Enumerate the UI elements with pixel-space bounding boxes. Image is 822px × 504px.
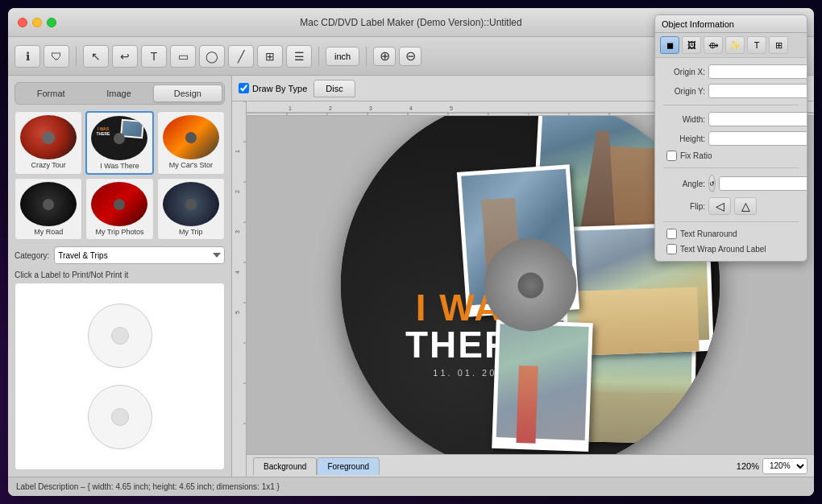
bottom-bar: Background Foreground 120% 120% 100% 80%	[247, 454, 814, 477]
svg-text:5: 5	[450, 105, 453, 111]
flip-horizontal-btn[interactable]: ◁	[708, 197, 731, 215]
text-runaround-checkbox[interactable]	[666, 229, 677, 239]
rect-btn[interactable]: ▭	[170, 45, 196, 68]
draw-by-type-checkbox[interactable]	[239, 83, 249, 93]
tab-image[interactable]: Image	[85, 85, 152, 102]
template-my-trip-photos[interactable]: My Trip Photos	[85, 178, 153, 240]
toolbar-sep-2	[318, 47, 319, 66]
zoom-in-btn[interactable]: ⊕	[373, 47, 396, 66]
origin-x-row: Origin X: ▲ ▼	[663, 64, 799, 79]
height-row: Height: ▲ ▼	[663, 131, 799, 146]
obj-props-icon[interactable]: ◼	[660, 36, 679, 54]
minimize-button[interactable]	[32, 18, 42, 27]
width-input[interactable]	[708, 112, 807, 126]
object-info-title: Object Information	[662, 19, 734, 29]
origin-x-label: Origin X:	[663, 68, 705, 76]
zoom-out-btn[interactable]: ⊖	[399, 47, 421, 66]
disc-preview-top	[88, 304, 152, 368]
template-grid: Crazy Tour I WASTHERE I Was There	[15, 111, 225, 240]
fix-ratio-label: Fix Ratio	[680, 151, 712, 160]
print-preview	[15, 283, 225, 470]
undo-btn[interactable]: ↩	[112, 45, 138, 68]
angle-dial[interactable]: ↺	[708, 175, 716, 192]
close-button[interactable]	[18, 18, 27, 27]
svg-text:4: 4	[235, 271, 240, 274]
width-label: Width:	[663, 115, 705, 124]
template-my-road[interactable]: My Road	[15, 178, 82, 240]
svg-rect-0	[232, 101, 247, 477]
origin-y-input[interactable]	[708, 84, 807, 98]
svg-text:5: 5	[235, 311, 240, 314]
text-btn[interactable]: T	[141, 45, 167, 68]
obj-text-icon[interactable]: T	[747, 36, 766, 54]
origin-x-input[interactable]	[708, 64, 807, 79]
angle-row: Angle: ↺ ▲ ▼	[663, 175, 799, 192]
tab-format[interactable]: Format	[17, 85, 85, 102]
info-btn[interactable]: ℹ	[15, 45, 40, 68]
origin-y-row: Origin Y: ▲ ▼	[663, 84, 799, 98]
disc-preview-bottom	[88, 385, 152, 449]
window-title: Mac CD/DVD Label Maker (Demo Version)::U…	[300, 17, 521, 28]
fix-ratio-row: Fix Ratio	[663, 151, 799, 161]
width-row: Width: ▲ ▼	[663, 112, 799, 126]
svg-text:1: 1	[289, 105, 292, 111]
print-note: Click a Label to Print/Not Print it	[15, 271, 225, 279]
status-bar: Label Description – { width: 4.65 inch; …	[8, 477, 814, 496]
text-wrap-checkbox[interactable]	[666, 244, 677, 254]
svg-text:3: 3	[369, 105, 372, 111]
height-label: Height:	[663, 134, 705, 143]
left-panel: Format Image Design Crazy Tour	[8, 76, 232, 477]
template-my-trip[interactable]: My Trip	[157, 178, 225, 240]
obj-wrap-icon[interactable]: ⊞	[769, 36, 788, 54]
angle-input[interactable]	[719, 176, 807, 191]
pointer-btn[interactable]: ↖	[83, 45, 109, 68]
category-select[interactable]: Travel & Trips	[54, 246, 225, 264]
table-btn[interactable]: ⊞	[257, 45, 283, 68]
svg-text:4: 4	[409, 105, 413, 111]
template-my-trip-photos-label: My Trip Photos	[89, 228, 149, 236]
text-wrap-label: Text Wrap Around Label	[680, 245, 766, 254]
obj-arrange-icon[interactable]: ⟴	[704, 36, 723, 54]
angle-label: Angle:	[663, 180, 705, 188]
template-my-road-label: My Road	[19, 228, 78, 236]
svg-text:2: 2	[235, 190, 240, 193]
disc-hole-bottom	[111, 408, 129, 426]
object-info-panel: Object Information ◼ 🖼 ⟴ ✨ T ⊞ Origin X:…	[654, 14, 807, 262]
template-i-was-there[interactable]: I WASTHERE I Was There	[85, 111, 153, 175]
text-runaround-row: Text Runaround	[663, 229, 799, 239]
category-row: Category: Travel & Trips	[15, 246, 225, 264]
barcode-btn[interactable]: ☰	[286, 45, 312, 68]
zoom-select[interactable]: 120% 100% 80% 60%	[762, 458, 807, 474]
category-label: Category:	[15, 251, 49, 260]
tab-design[interactable]: Design	[153, 85, 222, 102]
origin-y-label: Origin Y:	[663, 87, 705, 96]
svg-text:1: 1	[235, 150, 240, 153]
foreground-layer-tab[interactable]: Foreground	[317, 457, 380, 475]
photo-5	[492, 320, 593, 452]
cd-hub	[484, 239, 577, 332]
template-my-cars-story[interactable]: My Car's Stor	[157, 111, 225, 175]
cd-hole	[517, 272, 543, 298]
vertical-ruler: 1 2 3 4 5	[232, 101, 247, 477]
maximize-button[interactable]	[47, 18, 56, 27]
background-layer-tab[interactable]: Background	[253, 457, 317, 475]
height-input[interactable]	[708, 131, 807, 146]
object-info-toolbar: ◼ 🖼 ⟴ ✨ T ⊞	[655, 33, 807, 58]
divider-1	[663, 105, 799, 105]
oval-btn[interactable]: ◯	[199, 45, 225, 68]
text-runaround-label: Text Runaround	[680, 229, 737, 238]
template-crazy-tour[interactable]: Crazy Tour	[15, 111, 82, 175]
template-i-was-there-label: I Was There	[90, 162, 148, 170]
fix-ratio-checkbox[interactable]	[666, 151, 677, 161]
svg-text:3: 3	[235, 230, 240, 233]
flip-vertical-btn[interactable]: △	[734, 197, 757, 215]
divider-3	[663, 221, 799, 222]
line-btn[interactable]: ╱	[228, 45, 254, 68]
unit-button[interactable]: inch	[326, 47, 359, 66]
obj-effects-icon[interactable]: ✨	[725, 36, 745, 54]
shield-btn[interactable]: 🛡	[44, 45, 69, 68]
disc-tab[interactable]: Disc	[313, 80, 355, 97]
toolbar-sep-3	[366, 47, 367, 66]
object-info-header: Object Information	[655, 15, 807, 33]
obj-image-icon[interactable]: 🖼	[682, 36, 701, 54]
